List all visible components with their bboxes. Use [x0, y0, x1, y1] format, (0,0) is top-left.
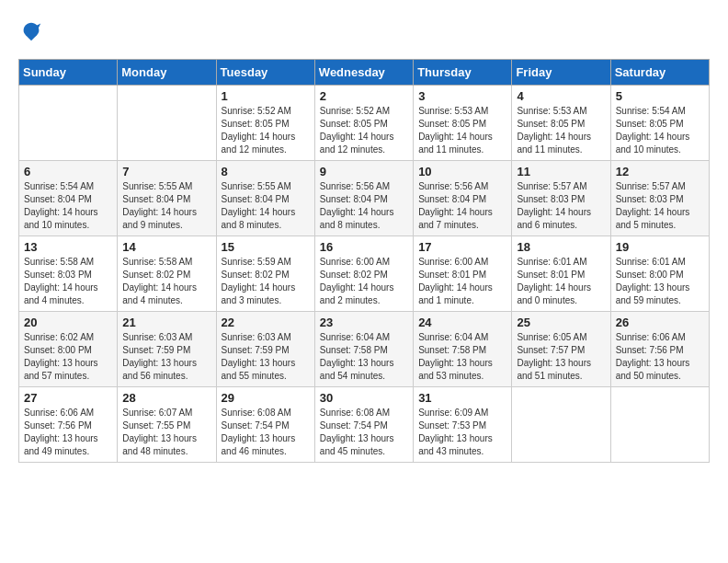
calendar-cell: 4Sunrise: 5:53 AM Sunset: 8:05 PM Daylig…: [512, 86, 610, 161]
calendar-week-5: 27Sunrise: 6:06 AM Sunset: 7:56 PM Dayli…: [19, 387, 710, 463]
calendar-cell: [118, 86, 216, 161]
day-number: 25: [517, 316, 605, 329]
day-number: 16: [320, 240, 408, 254]
calendar-cell: [19, 86, 118, 161]
weekday-header-sunday: Sunday: [19, 60, 118, 86]
day-info: Sunrise: 5:53 AM Sunset: 8:05 PM Dayligh…: [517, 105, 605, 156]
calendar-cell: 8Sunrise: 5:55 AM Sunset: 8:04 PM Daylig…: [216, 161, 314, 236]
calendar-cell: 24Sunrise: 6:04 AM Sunset: 7:58 PM Dayli…: [414, 312, 512, 387]
day-info: Sunrise: 6:00 AM Sunset: 8:01 PM Dayligh…: [418, 256, 506, 307]
day-info: Sunrise: 6:08 AM Sunset: 7:54 PM Dayligh…: [222, 407, 310, 458]
calendar-cell: 25Sunrise: 6:05 AM Sunset: 7:57 PM Dayli…: [512, 312, 610, 387]
day-info: Sunrise: 5:54 AM Sunset: 8:04 PM Dayligh…: [24, 180, 112, 232]
calendar-cell: 18Sunrise: 6:01 AM Sunset: 8:01 PM Dayli…: [512, 236, 610, 312]
day-number: 12: [616, 165, 704, 178]
weekday-header-row: SundayMondayTuesdayWednesdayThursdayFrid…: [19, 60, 710, 86]
day-info: Sunrise: 6:04 AM Sunset: 7:58 PM Dayligh…: [320, 331, 408, 383]
calendar-cell: 29Sunrise: 6:08 AM Sunset: 7:54 PM Dayli…: [216, 387, 314, 463]
weekday-header-tuesday: Tuesday: [216, 60, 314, 86]
calendar-cell: 28Sunrise: 6:07 AM Sunset: 7:55 PM Dayli…: [118, 387, 216, 463]
day-number: 5: [616, 89, 704, 103]
day-info: Sunrise: 5:55 AM Sunset: 8:04 PM Dayligh…: [122, 180, 210, 232]
calendar-cell: [512, 387, 610, 463]
calendar-cell: [610, 387, 709, 463]
calendar-week-1: 1Sunrise: 5:52 AM Sunset: 8:05 PM Daylig…: [19, 86, 710, 161]
day-info: Sunrise: 5:59 AM Sunset: 8:02 PM Dayligh…: [222, 256, 310, 307]
day-info: Sunrise: 5:57 AM Sunset: 8:03 PM Dayligh…: [616, 180, 704, 232]
calendar-cell: 15Sunrise: 5:59 AM Sunset: 8:02 PM Dayli…: [216, 236, 314, 312]
day-info: Sunrise: 6:07 AM Sunset: 7:55 PM Dayligh…: [122, 407, 210, 458]
day-number: 17: [418, 240, 506, 254]
logo-icon: [18, 18, 44, 44]
page-header: [18, 18, 710, 44]
calendar-cell: 27Sunrise: 6:06 AM Sunset: 7:56 PM Dayli…: [19, 387, 118, 463]
calendar-cell: 22Sunrise: 6:03 AM Sunset: 7:59 PM Dayli…: [216, 312, 314, 387]
day-info: Sunrise: 6:08 AM Sunset: 7:54 PM Dayligh…: [320, 407, 408, 458]
calendar-table: SundayMondayTuesdayWednesdayThursdayFrid…: [18, 59, 710, 463]
calendar-cell: 17Sunrise: 6:00 AM Sunset: 8:01 PM Dayli…: [414, 236, 512, 312]
day-number: 19: [616, 240, 704, 254]
day-number: 28: [122, 391, 210, 405]
calendar-cell: 9Sunrise: 5:56 AM Sunset: 8:04 PM Daylig…: [314, 161, 413, 236]
day-info: Sunrise: 5:54 AM Sunset: 8:05 PM Dayligh…: [616, 105, 704, 156]
day-number: 1: [222, 89, 310, 103]
day-info: Sunrise: 6:04 AM Sunset: 7:58 PM Dayligh…: [418, 331, 506, 383]
day-info: Sunrise: 5:53 AM Sunset: 8:05 PM Dayligh…: [418, 105, 506, 156]
day-number: 27: [24, 391, 112, 405]
day-info: Sunrise: 6:06 AM Sunset: 7:56 PM Dayligh…: [616, 331, 704, 383]
weekday-header-thursday: Thursday: [414, 60, 512, 86]
day-number: 7: [122, 165, 210, 178]
calendar-cell: 20Sunrise: 6:02 AM Sunset: 8:00 PM Dayli…: [19, 312, 118, 387]
calendar-cell: 13Sunrise: 5:58 AM Sunset: 8:03 PM Dayli…: [19, 236, 118, 312]
calendar-week-3: 13Sunrise: 5:58 AM Sunset: 8:03 PM Dayli…: [19, 236, 710, 312]
day-info: Sunrise: 6:03 AM Sunset: 7:59 PM Dayligh…: [222, 331, 310, 383]
calendar-cell: 19Sunrise: 6:01 AM Sunset: 8:00 PM Dayli…: [610, 236, 709, 312]
day-info: Sunrise: 5:52 AM Sunset: 8:05 PM Dayligh…: [320, 105, 408, 156]
day-number: 20: [24, 316, 112, 329]
calendar-cell: 3Sunrise: 5:53 AM Sunset: 8:05 PM Daylig…: [414, 86, 512, 161]
calendar-cell: 2Sunrise: 5:52 AM Sunset: 8:05 PM Daylig…: [314, 86, 413, 161]
day-info: Sunrise: 5:52 AM Sunset: 8:05 PM Dayligh…: [222, 105, 310, 156]
day-number: 23: [320, 316, 408, 329]
calendar-cell: 12Sunrise: 5:57 AM Sunset: 8:03 PM Dayli…: [610, 161, 709, 236]
calendar-cell: 5Sunrise: 5:54 AM Sunset: 8:05 PM Daylig…: [610, 86, 709, 161]
day-number: 10: [418, 165, 506, 178]
calendar-cell: 26Sunrise: 6:06 AM Sunset: 7:56 PM Dayli…: [610, 312, 709, 387]
day-number: 11: [517, 165, 605, 178]
calendar-cell: 10Sunrise: 5:56 AM Sunset: 8:04 PM Dayli…: [414, 161, 512, 236]
day-info: Sunrise: 6:01 AM Sunset: 8:01 PM Dayligh…: [517, 256, 605, 307]
day-number: 2: [320, 89, 408, 103]
day-number: 8: [222, 165, 310, 178]
weekday-header-saturday: Saturday: [610, 60, 709, 86]
day-info: Sunrise: 6:00 AM Sunset: 8:02 PM Dayligh…: [320, 256, 408, 307]
day-info: Sunrise: 5:55 AM Sunset: 8:04 PM Dayligh…: [222, 180, 310, 232]
day-number: 24: [418, 316, 506, 329]
day-info: Sunrise: 6:01 AM Sunset: 8:00 PM Dayligh…: [616, 256, 704, 307]
calendar-cell: 11Sunrise: 5:57 AM Sunset: 8:03 PM Dayli…: [512, 161, 610, 236]
calendar-cell: 30Sunrise: 6:08 AM Sunset: 7:54 PM Dayli…: [314, 387, 413, 463]
day-number: 9: [320, 165, 408, 178]
calendar-cell: 6Sunrise: 5:54 AM Sunset: 8:04 PM Daylig…: [19, 161, 118, 236]
day-number: 21: [122, 316, 210, 329]
weekday-header-friday: Friday: [512, 60, 610, 86]
calendar-cell: 14Sunrise: 5:58 AM Sunset: 8:02 PM Dayli…: [118, 236, 216, 312]
calendar-cell: 21Sunrise: 6:03 AM Sunset: 7:59 PM Dayli…: [118, 312, 216, 387]
day-number: 14: [122, 240, 210, 254]
calendar-cell: 31Sunrise: 6:09 AM Sunset: 7:53 PM Dayli…: [414, 387, 512, 463]
day-info: Sunrise: 5:56 AM Sunset: 8:04 PM Dayligh…: [320, 180, 408, 232]
calendar-week-2: 6Sunrise: 5:54 AM Sunset: 8:04 PM Daylig…: [19, 161, 710, 236]
day-info: Sunrise: 5:57 AM Sunset: 8:03 PM Dayligh…: [517, 180, 605, 232]
calendar-cell: 1Sunrise: 5:52 AM Sunset: 8:05 PM Daylig…: [216, 86, 314, 161]
day-number: 4: [517, 89, 605, 103]
day-info: Sunrise: 5:56 AM Sunset: 8:04 PM Dayligh…: [418, 180, 506, 232]
day-info: Sunrise: 5:58 AM Sunset: 8:03 PM Dayligh…: [24, 256, 112, 307]
day-number: 13: [24, 240, 112, 254]
weekday-header-monday: Monday: [118, 60, 216, 86]
day-info: Sunrise: 6:03 AM Sunset: 7:59 PM Dayligh…: [122, 331, 210, 383]
calendar-week-4: 20Sunrise: 6:02 AM Sunset: 8:00 PM Dayli…: [19, 312, 710, 387]
day-number: 18: [517, 240, 605, 254]
logo: [18, 18, 48, 44]
day-number: 22: [222, 316, 310, 329]
day-number: 15: [222, 240, 310, 254]
day-info: Sunrise: 5:58 AM Sunset: 8:02 PM Dayligh…: [122, 256, 210, 307]
